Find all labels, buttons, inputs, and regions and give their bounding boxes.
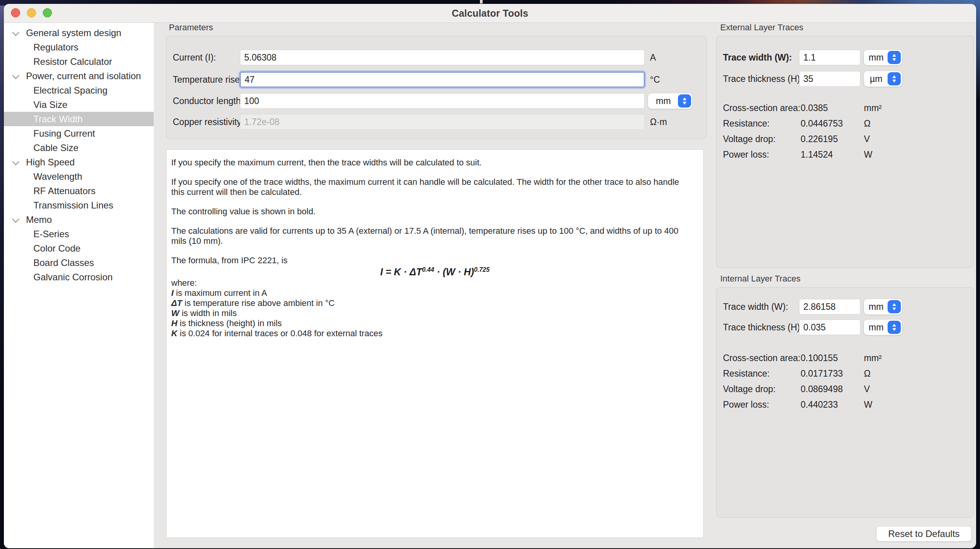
result-unit: W — [864, 400, 872, 410]
stepper-icon[interactable]: ▲▼ — [888, 51, 901, 64]
external-trace-thickness-value: 35 — [803, 74, 813, 84]
tree-item[interactable]: Via Size — [4, 97, 154, 112]
result-unit: V — [864, 384, 870, 394]
tree-item[interactable]: Transmission Lines — [4, 198, 154, 212]
tree-item[interactable]: E-Series — [4, 227, 154, 241]
formula-variable-definition: W is width in mils — [171, 308, 699, 318]
temperature-rise-input[interactable]: 47 — [240, 72, 645, 87]
external-trace-thickness-input[interactable]: 35 — [799, 71, 860, 87]
external-trace-width-unit-select[interactable]: mm ▲▼ — [864, 49, 902, 66]
tree-item[interactable]: RF Attenuators — [4, 184, 154, 198]
result-row: Resistance: 0.0446753 Ω — [723, 116, 964, 131]
result-unit: Ω — [864, 368, 871, 379]
internal-trace-thickness-unit: mm — [864, 322, 888, 333]
external-trace-width-value: 1.1 — [803, 52, 816, 63]
external-trace-thickness-unit: µm — [864, 74, 888, 84]
title-bar: Calculator Tools — [4, 4, 976, 23]
result-label: Resistance: — [723, 368, 801, 379]
result-label: Power loss: — [723, 149, 801, 160]
stepper-icon[interactable]: ▲▼ — [888, 72, 901, 85]
result-value: 0.440233 — [801, 400, 864, 410]
result-label: Power loss: — [723, 400, 801, 410]
result-row: Power loss: 0.440233 W — [723, 397, 964, 412]
result-row: Power loss: 1.14524 W — [723, 147, 964, 162]
result-label: Voltage drop: — [723, 134, 801, 144]
conductor-length-input[interactable]: 100 — [240, 93, 645, 109]
internal-trace-thickness-unit-select[interactable]: mm ▲▼ — [864, 319, 902, 335]
tree-item-label: Wavelength — [33, 171, 82, 182]
desktop-artifact — [480, 0, 483, 3]
external-results: Cross-section area: 0.0385 mm² Resistanc… — [723, 100, 964, 162]
stepper-icon[interactable]: ▲▼ — [888, 321, 901, 334]
conductor-length-unit-select[interactable]: mm ▲▼ — [648, 93, 693, 109]
internal-trace-thickness-value: 0.035 — [803, 322, 826, 333]
minimize-button[interactable] — [27, 8, 36, 17]
reset-to-defaults-button[interactable]: Reset to Defaults — [876, 526, 971, 542]
internal-results: Cross-section area: 0.100155 mm² Resista… — [723, 350, 964, 412]
temperature-rise-unit: °C — [650, 72, 660, 87]
zoom-button[interactable] — [43, 8, 52, 17]
tree-item[interactable]: Memo — [4, 212, 154, 227]
formula-variable-definition: ΔT is temperature rise above ambient in … — [171, 298, 699, 308]
current-value: 5.06308 — [244, 52, 276, 63]
internal-trace-thickness-label: Trace thickness (H): — [723, 320, 803, 335]
internal-trace-width-input[interactable]: 2.86158 — [799, 299, 860, 314]
tree-item-label: E-Series — [33, 229, 69, 240]
tree-item[interactable]: General system design — [4, 26, 154, 40]
external-trace-width-input[interactable]: 1.1 — [799, 50, 860, 65]
external-trace-thickness-unit-select[interactable]: µm ▲▼ — [864, 71, 902, 87]
tree-item[interactable]: Electrical Spacing — [4, 83, 154, 97]
where-label: where: — [171, 278, 699, 288]
stepper-icon[interactable]: ▲▼ — [888, 300, 901, 313]
tree-item[interactable]: Board Classes — [4, 255, 154, 270]
tree-item[interactable]: Wavelength — [4, 169, 154, 184]
result-unit: mm² — [864, 103, 882, 113]
parameters-section-label: Parameters — [169, 23, 213, 33]
tree-item[interactable]: Regulators — [4, 40, 154, 54]
tree-item-label: Color Code — [33, 243, 80, 254]
tree-item[interactable]: Power, current and isolation — [4, 69, 154, 83]
tree-item[interactable]: Galvanic Corrosion — [4, 270, 154, 284]
tree-item-label: General system design — [26, 28, 121, 38]
tree-item[interactable]: Resistor Calculator — [4, 54, 154, 69]
external-traces-section-label: External Layer Traces — [720, 23, 803, 33]
current-unit: A — [650, 50, 656, 65]
tree-item[interactable]: Cable Size — [4, 141, 154, 155]
help-paragraph: If you specify the maximum current, then… — [171, 158, 695, 168]
result-label: Cross-section area: — [723, 103, 801, 113]
chevron-down-icon[interactable] — [12, 72, 19, 79]
calculator-tree-sidebar: General system design Regulators Resisto… — [4, 23, 154, 548]
chevron-down-icon[interactable] — [12, 158, 19, 165]
temperature-rise-value: 47 — [245, 75, 255, 85]
tree-item[interactable]: Color Code — [4, 241, 154, 255]
formula-variable-definition: I is maximum current in A — [171, 288, 699, 298]
stepper-icon[interactable]: ▲▼ — [678, 94, 691, 108]
chevron-down-icon[interactable] — [12, 29, 19, 36]
result-row: Voltage drop: 0.226195 V — [723, 131, 964, 147]
internal-trace-width-unit-select[interactable]: mm ▲▼ — [864, 299, 902, 315]
internal-traces-section-label: Internal Layer Traces — [720, 274, 801, 284]
result-value: 0.0446753 — [801, 118, 864, 129]
copper-resistivity-unit: Ω·m — [650, 114, 667, 130]
tree-item[interactable]: High Speed — [4, 155, 154, 169]
result-value: 0.0171733 — [801, 368, 864, 379]
internal-trace-thickness-input[interactable]: 0.035 — [799, 320, 860, 335]
chevron-down-icon[interactable] — [12, 215, 19, 222]
current-input[interactable]: 5.06308 — [240, 50, 645, 65]
tree-item-label: Transmission Lines — [33, 200, 113, 211]
result-unit: Ω — [864, 118, 871, 129]
external-trace-width-unit: mm — [864, 52, 888, 63]
close-button[interactable] — [11, 8, 20, 17]
help-paragraph: The calculations are valid for currents … — [171, 226, 695, 246]
tree-item-label: Board Classes — [33, 257, 94, 268]
result-unit: V — [864, 134, 870, 144]
copper-resistivity-label: Copper resistivity: — [173, 114, 244, 130]
result-label: Voltage drop: — [723, 384, 801, 394]
current-label: Current (I): — [173, 50, 216, 65]
copper-resistivity-value: 1.72e-08 — [244, 117, 280, 127]
tree-item[interactable]: Fusing Current — [4, 126, 154, 141]
conductor-length-unit: mm — [648, 96, 678, 106]
tree-item-label: High Speed — [26, 157, 75, 168]
tree-item[interactable]: Track Width — [4, 112, 154, 126]
result-label: Cross-section area: — [723, 353, 801, 363]
